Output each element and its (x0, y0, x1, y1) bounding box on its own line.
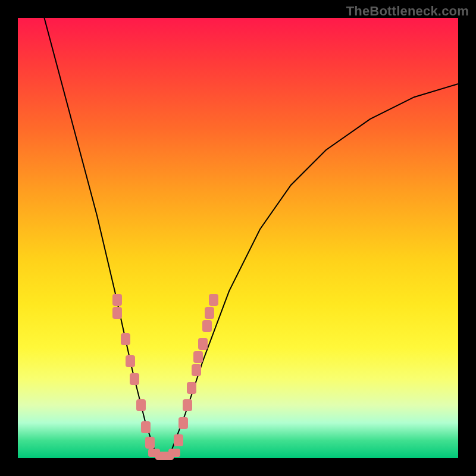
watermark-text: TheBottleneck.com (346, 4, 469, 19)
data-marker (168, 449, 180, 457)
data-marker (126, 355, 135, 367)
data-marker (145, 437, 155, 449)
data-marker (202, 320, 212, 332)
data-marker (130, 373, 139, 385)
chart-frame: TheBottleneck.com (0, 0, 476, 476)
plot-area (18, 18, 458, 458)
data-marker (187, 382, 196, 394)
data-marker (192, 364, 201, 376)
data-marker (183, 399, 192, 411)
data-marker (193, 351, 203, 363)
data-marker (174, 434, 183, 446)
bottleneck-curve (18, 18, 458, 458)
data-marker (136, 399, 146, 411)
data-marker (209, 294, 218, 306)
data-marker (198, 338, 208, 350)
data-marker (121, 333, 130, 345)
data-marker (178, 417, 188, 429)
data-marker (205, 307, 214, 319)
data-marker (112, 294, 122, 306)
data-marker (141, 421, 151, 433)
data-marker (112, 307, 122, 319)
